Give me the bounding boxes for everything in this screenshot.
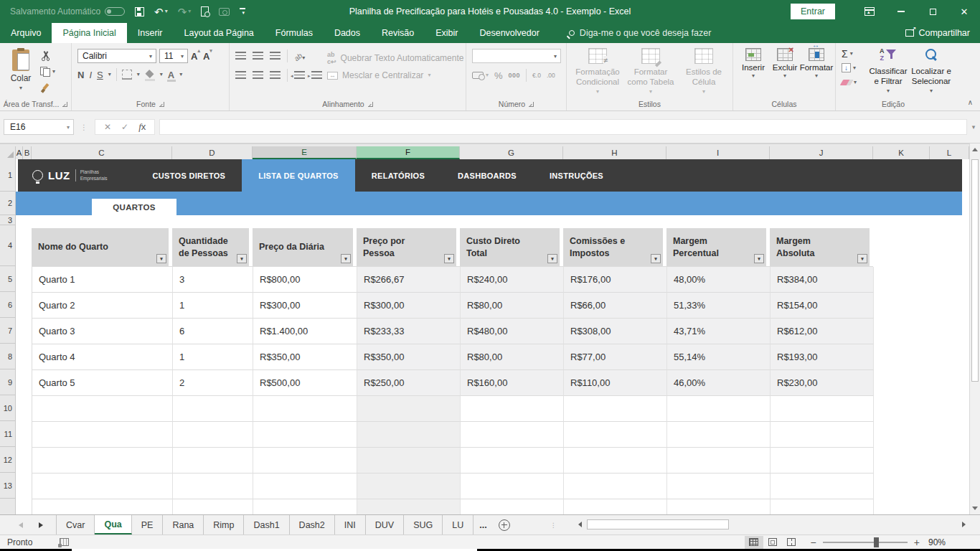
table-cell[interactable]: Quarto 1	[32, 267, 173, 293]
empty-cell[interactable]	[32, 396, 173, 422]
table-cell[interactable]: R$350,00	[253, 344, 357, 370]
scroll-right-arrow[interactable]	[958, 522, 969, 527]
column-header-g[interactable]: G	[460, 146, 563, 159]
row-header-10[interactable]: 10	[0, 395, 15, 421]
empty-cell[interactable]	[32, 422, 173, 448]
close-button[interactable]: ✕	[948, 0, 980, 23]
zoom-slider-handle[interactable]	[874, 537, 879, 547]
dialog-launcher-icon[interactable]	[529, 102, 534, 107]
font-color-button[interactable]: A	[168, 70, 174, 80]
empty-cell[interactable]	[357, 396, 461, 422]
dialog-launcher-icon[interactable]	[62, 102, 67, 107]
scroll-left-arrow[interactable]	[574, 522, 585, 527]
banner-tab-dashboards[interactable]: DASHBOARDS	[441, 159, 533, 192]
number-format-combo[interactable]: ▾	[472, 49, 561, 63]
table-cell[interactable]: R$800,00	[253, 267, 357, 293]
table-cell[interactable]: R$77,00	[564, 344, 667, 370]
table-cell[interactable]: R$80,00	[461, 293, 564, 319]
sheet-tab-dash2[interactable]: Dash2	[290, 515, 335, 534]
empty-cell[interactable]	[771, 422, 874, 448]
tell-me-box[interactable]: Diga-me o que você deseja fazer	[569, 23, 711, 43]
sheet-tab-lu[interactable]: LU	[443, 515, 473, 534]
empty-cell[interactable]	[461, 448, 564, 474]
dialog-launcher-icon[interactable]	[159, 102, 164, 107]
table-cell[interactable]: R$300,00	[357, 293, 461, 319]
table-cell[interactable]: R$266,67	[357, 267, 461, 293]
table-cell[interactable]: R$66,00	[564, 293, 667, 319]
cancel-entry-button[interactable]: ✕	[104, 122, 111, 132]
dialog-launcher-icon[interactable]	[368, 102, 373, 107]
ribbon-tab-f-rmulas[interactable]: Fórmulas	[265, 23, 324, 43]
select-all-corner[interactable]	[0, 146, 16, 159]
fill-color-button[interactable]	[145, 71, 155, 79]
ribbon-tab-desenvolvedor[interactable]: Desenvolvedor	[468, 23, 550, 43]
table-cell[interactable]: R$250,00	[357, 370, 461, 396]
table-cell[interactable]: Quarto 2	[32, 293, 173, 319]
empty-cell[interactable]	[461, 422, 564, 448]
table-cell[interactable]: R$176,00	[564, 267, 667, 293]
empty-cell[interactable]	[564, 422, 667, 448]
empty-cell[interactable]	[173, 474, 253, 499]
filter-button[interactable]: ▾	[547, 254, 557, 263]
insert-cells-button[interactable]: Inserir ▾	[738, 48, 769, 79]
chevron-down-icon[interactable]: ▾	[137, 72, 140, 77]
table-cell[interactable]: 6	[173, 319, 253, 344]
row-header-2[interactable]: 2	[0, 192, 15, 215]
page-break-view-button[interactable]	[782, 536, 801, 549]
align-middle-icon[interactable]	[253, 52, 263, 60]
table-cell[interactable]: Quarto 3	[32, 319, 173, 344]
merge-center-button[interactable]: Mesclar e Centralizar ▾	[327, 70, 430, 80]
confirm-entry-button[interactable]: ✓	[121, 122, 128, 132]
underline-button[interactable]: S	[97, 70, 103, 80]
empty-cell[interactable]	[173, 448, 253, 474]
sheet-tabs-overflow[interactable]: ...	[473, 515, 492, 534]
name-box[interactable]: E16 ▾	[4, 119, 74, 135]
camera-button[interactable]	[219, 8, 230, 16]
new-sheet-button[interactable]	[499, 519, 510, 531]
decrease-indent-icon[interactable]: ◂	[294, 71, 305, 80]
next-sheet-arrow[interactable]	[39, 522, 43, 528]
column-header-j[interactable]: J	[770, 146, 873, 159]
row-header-6[interactable]: 6	[0, 292, 15, 318]
minimize-button[interactable]	[885, 0, 917, 23]
table-cell[interactable]: 1	[173, 344, 253, 370]
filter-button[interactable]: ▾	[444, 254, 454, 263]
table-cell[interactable]: R$230,00	[771, 370, 874, 396]
ribbon-tab-dados[interactable]: Dados	[324, 23, 371, 43]
filter-button[interactable]: ▾	[237, 254, 247, 263]
scroll-down-arrow[interactable]	[970, 502, 980, 514]
delete-cells-button[interactable]: Excluir ▾	[769, 48, 801, 79]
page-layout-view-button[interactable]	[763, 536, 782, 549]
chevron-down-icon[interactable]: ▾	[108, 72, 111, 77]
format-as-table-button[interactable]: Formatar como Tabela ▾	[624, 48, 677, 95]
empty-cell[interactable]	[253, 396, 357, 422]
table-cell[interactable]: 46,00%	[667, 370, 771, 396]
autosum-button[interactable]: Σ▾	[842, 48, 857, 59]
sort-filter-button[interactable]: AZ Classificar e Filtrar ▾	[866, 48, 910, 94]
table-cell[interactable]: R$1.400,00	[253, 319, 357, 344]
empty-cell[interactable]	[173, 422, 253, 448]
sheet-tab-duv[interactable]: DUV	[366, 515, 404, 534]
column-header-b[interactable]: B	[23, 146, 32, 159]
previous-sheet-arrow[interactable]	[19, 522, 23, 528]
table-cell[interactable]: R$160,00	[461, 370, 564, 396]
empty-cell[interactable]	[461, 396, 564, 422]
cell-styles-button[interactable]: Estilos de Célula ▾	[677, 48, 730, 95]
row-header-partial[interactable]	[0, 499, 15, 514]
empty-cell[interactable]	[357, 422, 461, 448]
sheet-tab-cvar[interactable]: Cvar	[56, 515, 95, 534]
cut-button[interactable]	[40, 50, 55, 61]
column-header-h[interactable]: H	[563, 146, 666, 159]
row-header-3[interactable]: 3	[0, 215, 15, 225]
vertical-scroll-thumb[interactable]	[971, 159, 979, 382]
percent-style-button[interactable]: %	[494, 70, 503, 81]
column-header-l[interactable]: L	[930, 146, 969, 159]
row-header-5[interactable]: 5	[0, 266, 15, 292]
empty-cell[interactable]	[667, 422, 771, 448]
empty-cell[interactable]	[173, 499, 253, 514]
table-cell[interactable]: R$308,00	[564, 319, 667, 344]
ribbon-tab-revis-o[interactable]: Revisão	[371, 23, 425, 43]
collapse-ribbon-button[interactable]: ∧	[968, 98, 973, 106]
column-header-e[interactable]: E	[253, 146, 357, 159]
fill-button[interactable]: ↓▾	[842, 62, 857, 73]
